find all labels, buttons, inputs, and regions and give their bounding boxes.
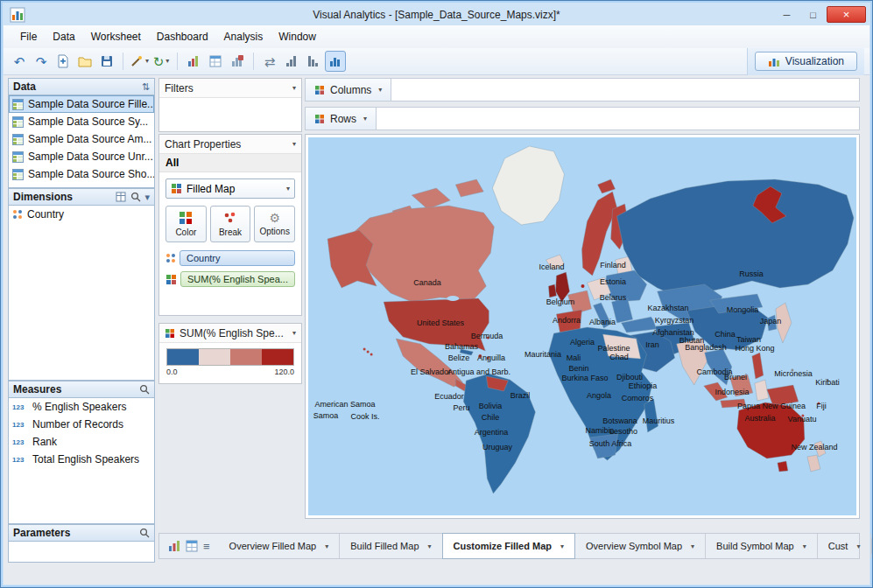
sort-toggle-icon[interactable]: ⇅ (142, 81, 150, 93)
insert-chart-button[interactable] (183, 51, 204, 72)
tab-caret-icon[interactable]: ▾ (325, 542, 328, 550)
dimensions-caret-icon[interactable]: ▾ (144, 192, 150, 203)
worksheet-tab[interactable]: Overview Filled Map ▾ (219, 534, 341, 558)
insert-table-button[interactable] (227, 51, 248, 72)
data-source-item[interactable]: Sample Data Source Fille... (9, 95, 154, 113)
worksheet-tab[interactable]: Build Symbol Map ▾ (706, 534, 818, 558)
scope-row[interactable]: All (159, 154, 301, 172)
chart-properties-header[interactable]: Chart Properties ▾ (159, 135, 301, 154)
filters-body[interactable] (159, 98, 301, 131)
legend-title: SUM(% English Spe... (180, 327, 284, 340)
data-source-icon (12, 169, 24, 180)
worksheet-tab[interactable]: Build Filled Map ▾ (340, 534, 442, 558)
filters-title: Filters (165, 82, 194, 94)
data-source-item[interactable]: Sample Data Source Am... (9, 130, 154, 148)
legend-color-scale[interactable] (166, 348, 294, 366)
menu-item[interactable]: Analysis (216, 27, 271, 46)
data-source-item[interactable]: Sample Data Source Sho... (9, 165, 154, 183)
undo-icon: ↶ (14, 55, 25, 68)
break-button-label: Break (219, 228, 242, 237)
toolbar-separator (177, 52, 178, 70)
dimension-item[interactable]: Country (9, 206, 154, 223)
worksheet-tab[interactable]: Overview Symbol Map ▾ (575, 534, 706, 558)
filters-header[interactable]: Filters ▾ (159, 79, 301, 98)
color-button[interactable]: Color (165, 206, 207, 242)
sort-descending-button[interactable] (303, 51, 324, 72)
worksheet-tab[interactable]: Cust ▾ (818, 534, 872, 558)
rows-shelf[interactable]: Rows ▾ (305, 107, 860, 130)
tab-caret-icon[interactable]: ▾ (803, 542, 806, 550)
chart-type-select[interactable]: Filled Map ▾ (165, 178, 295, 199)
menu-item[interactable]: Worksheet (83, 27, 149, 46)
menu-item[interactable]: Window (271, 27, 324, 46)
worksheet-list-icon[interactable]: ≡ (203, 540, 210, 553)
minimize-button[interactable]: ─ (774, 6, 799, 23)
menu-item[interactable]: File (12, 27, 45, 46)
new-worksheet-icon[interactable] (168, 540, 180, 552)
options-button[interactable]: ⚙ Options (254, 206, 295, 242)
new-sheet-button[interactable] (53, 51, 74, 72)
save-button[interactable] (96, 51, 117, 72)
measure-shelf-icon (165, 274, 177, 285)
rows-caret-icon: ▾ (363, 115, 367, 122)
tab-caret-icon[interactable]: ▾ (560, 542, 564, 550)
search-icon[interactable] (139, 384, 150, 395)
break-icon (223, 211, 237, 225)
search-icon[interactable] (139, 528, 150, 538)
swap-axes-button[interactable]: ⇄ (259, 51, 280, 72)
new-dashboard-icon[interactable] (186, 540, 198, 552)
measure-pill[interactable]: SUM(% English Spea... (180, 271, 295, 287)
close-button[interactable]: × (827, 6, 866, 23)
view-grid-icon[interactable] (116, 192, 126, 202)
world-map[interactable]: IcelandFinlandEstoniaRussiaCanadaBelgium… (308, 137, 856, 515)
data-source-icon (12, 99, 24, 110)
legend-caret-icon[interactable]: ▾ (292, 329, 296, 337)
visualization-icon (768, 55, 780, 67)
columns-shelf-button[interactable]: Columns ▾ (306, 79, 391, 101)
measure-item[interactable]: 123 Number of Records (9, 416, 154, 433)
chart-properties-caret-icon[interactable]: ▾ (292, 140, 296, 148)
gear-icon: ⚙ (269, 212, 280, 224)
columns-shelf[interactable]: Columns ▾ (305, 78, 860, 102)
worksheet-tabs: Overview Filled Map ▾ Build Filled Map ▾… (219, 534, 872, 558)
menu-item[interactable]: Dashboard (149, 27, 216, 46)
measure-item[interactable]: 123 Total English Speakers (9, 451, 154, 468)
menu-item-label: Window (278, 31, 316, 43)
format-wand-button[interactable]: ▾ (129, 51, 150, 72)
insert-crosstab-button[interactable] (205, 51, 226, 72)
menu-item-label: Dashboard (157, 31, 208, 43)
measures-header[interactable]: Measures (8, 381, 155, 398)
tab-caret-icon[interactable]: ▾ (691, 542, 694, 550)
geography-pill[interactable]: Country (180, 250, 295, 266)
dimensions-header[interactable]: Dimensions ▾ (8, 188, 155, 206)
filters-caret-icon[interactable]: ▾ (292, 84, 296, 92)
maximize-button[interactable]: □ (800, 6, 826, 23)
menu-item[interactable]: Data (45, 27, 82, 46)
legend-header[interactable]: SUM(% English Spe... ▾ (159, 324, 301, 343)
color-icon (179, 211, 193, 225)
worksheet-tab[interactable]: Customize Filled Map ▾ (442, 533, 575, 559)
measure-item[interactable]: 123 Rank (9, 433, 154, 451)
undo-button[interactable]: ↶ (9, 51, 30, 72)
data-source-item[interactable]: Sample Data Source Unr... (9, 148, 154, 165)
visualization-button[interactable]: Visualization (755, 52, 857, 71)
open-button[interactable] (74, 51, 95, 72)
tab-caret-icon[interactable]: ▾ (428, 542, 432, 550)
refresh-button[interactable]: ↻▾ (151, 51, 172, 72)
show-chart-icon (328, 54, 342, 68)
rows-shelf-button[interactable]: Rows ▾ (306, 108, 377, 130)
parameters-header[interactable]: Parameters (8, 524, 155, 542)
data-panel-header[interactable]: Data ⇅ (8, 78, 155, 95)
redo-button[interactable]: ↷ (31, 51, 52, 72)
app-logo-icon (10, 7, 25, 23)
search-icon[interactable] (130, 192, 141, 202)
worksheet-tab-label: Customize Filled Map (454, 541, 552, 551)
parameters-list (8, 542, 155, 563)
break-button[interactable]: Break (210, 206, 251, 242)
toolbar: ↶ ↷ ▾ ↻▾ ⇄ (4, 48, 869, 75)
measure-item[interactable]: 123 % English Speakers (9, 398, 154, 416)
sort-ascending-button[interactable] (281, 51, 302, 72)
show-chart-button[interactable] (325, 51, 346, 72)
tab-caret-icon[interactable]: ▾ (856, 542, 860, 550)
data-source-item[interactable]: Sample Data Source Sy... (9, 113, 154, 130)
